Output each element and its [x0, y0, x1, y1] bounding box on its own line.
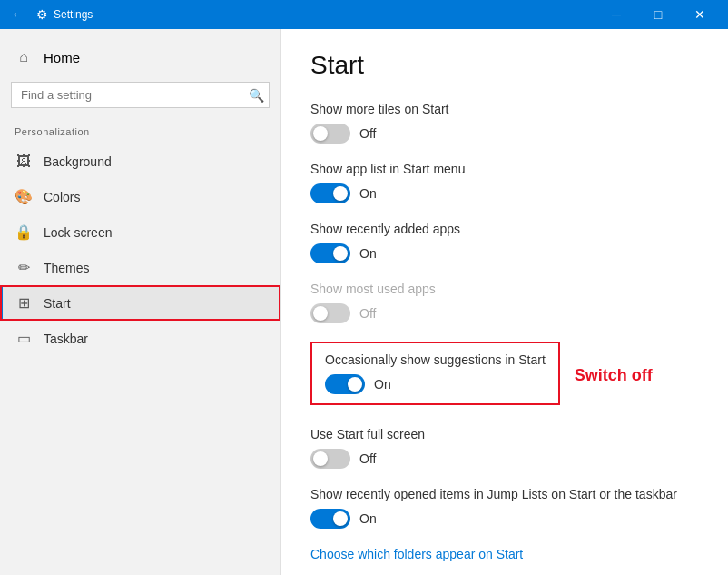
setting-row-more-tiles: Off — [310, 124, 699, 144]
toggle-value-jump-lists: On — [359, 511, 377, 526]
sidebar-item-background[interactable]: 🖼 Background — [0, 144, 280, 179]
search-input[interactable] — [11, 82, 270, 108]
sidebar-item-lockscreen[interactable]: 🔒 Lock screen — [0, 214, 280, 250]
highlight-box-suggestions: Occasionally show suggestions in Start O… — [310, 342, 560, 405]
toggle-thumb-app-list — [333, 186, 348, 201]
sidebar-item-start[interactable]: ⊞ Start — [0, 285, 280, 321]
page-title: Start — [310, 51, 699, 80]
sidebar-label-background: Background — [44, 154, 112, 169]
lockscreen-icon: 🔒 — [15, 223, 33, 241]
toggle-value-more-tiles: Off — [359, 126, 376, 141]
toggle-value-most-used: Off — [359, 306, 376, 321]
setting-label-recently-added: Show recently added apps — [310, 222, 699, 236]
setting-recently-added: Show recently added apps On — [310, 222, 699, 263]
settings-icon: ⚙ — [36, 7, 48, 22]
toggle-app-list[interactable] — [310, 183, 350, 203]
setting-more-tiles: Show more tiles on Start Off — [310, 102, 699, 144]
sidebar-item-taskbar[interactable]: ▭ Taskbar — [0, 321, 280, 356]
setting-row-recently-added: On — [310, 243, 699, 263]
toggle-value-full-screen: Off — [359, 451, 376, 466]
toggle-most-used — [310, 303, 350, 323]
setting-row-jump-lists: On — [310, 509, 699, 529]
titlebar-title: Settings — [54, 8, 595, 21]
search-button[interactable]: 🔍 — [249, 88, 264, 103]
setting-full-screen: Use Start full screen Off — [310, 427, 699, 469]
background-icon: 🖼 — [15, 154, 33, 170]
back-button[interactable]: ← — [7, 4, 29, 25]
sidebar-label-lockscreen: Lock screen — [44, 225, 112, 240]
switch-off-annotation: Switch off — [575, 366, 653, 385]
setting-app-list: Show app list in Start menu On — [310, 162, 699, 203]
setting-label-full-screen: Use Start full screen — [310, 427, 699, 441]
toggle-value-suggestions: On — [374, 377, 391, 392]
taskbar-icon: ▭ — [15, 330, 33, 347]
setting-label-jump-lists: Show recently opened items in Jump Lists… — [310, 487, 699, 501]
sidebar-label-colors: Colors — [44, 190, 80, 204]
home-label: Home — [44, 50, 80, 65]
toggle-value-app-list: On — [359, 186, 377, 201]
toggle-thumb-suggestions — [348, 377, 362, 392]
setting-row-suggestions: On — [325, 374, 546, 394]
toggle-thumb-jump-lists — [333, 511, 348, 526]
toggle-thumb-full-screen — [313, 451, 328, 466]
setting-suggestions: Occasionally show suggestions in Start O… — [310, 342, 699, 409]
sidebar: ⌂ Home 🔍 Personalization 🖼 Background 🎨 … — [0, 29, 281, 575]
close-button[interactable]: ✕ — [679, 0, 721, 29]
toggle-recently-added[interactable] — [310, 243, 350, 263]
toggle-full-screen[interactable] — [310, 449, 350, 469]
toggle-more-tiles[interactable] — [310, 124, 350, 144]
themes-icon: ✏ — [15, 259, 33, 276]
toggle-suggestions[interactable] — [325, 374, 365, 394]
search-box: 🔍 — [11, 82, 270, 108]
setting-jump-lists: Show recently opened items in Jump Lists… — [310, 487, 699, 529]
colors-icon: 🎨 — [15, 188, 33, 205]
bottom-link[interactable]: Choose which folders appear on Start — [310, 547, 699, 561]
setting-row-app-list: On — [310, 183, 699, 203]
sidebar-item-themes[interactable]: ✏ Themes — [0, 250, 280, 285]
sidebar-label-taskbar: Taskbar — [44, 332, 88, 346]
toggle-thumb-most-used — [313, 306, 328, 321]
setting-label-suggestions: Occasionally show suggestions in Start — [325, 352, 546, 367]
toggle-jump-lists[interactable] — [310, 509, 350, 529]
toggle-thumb-recently-added — [333, 246, 348, 261]
start-icon: ⊞ — [15, 294, 33, 312]
sidebar-label-themes: Themes — [44, 261, 90, 275]
toggle-thumb-more-tiles — [313, 126, 328, 141]
main-layout: ⌂ Home 🔍 Personalization 🖼 Background 🎨 … — [0, 29, 728, 575]
setting-label-more-tiles: Show more tiles on Start — [310, 102, 699, 116]
titlebar: ← ⚙ Settings ─ □ ✕ — [0, 0, 728, 29]
sidebar-item-colors[interactable]: 🎨 Colors — [0, 179, 280, 214]
home-icon: ⌂ — [15, 49, 33, 65]
sidebar-label-start: Start — [44, 296, 71, 311]
window-controls: ─ □ ✕ — [595, 0, 721, 29]
minimize-button[interactable]: ─ — [595, 0, 637, 29]
content-area: Start Show more tiles on Start Off Show … — [281, 29, 728, 575]
setting-most-used: Show most used apps Off — [310, 282, 699, 323]
setting-row-full-screen: Off — [310, 449, 699, 469]
setting-label-app-list: Show app list in Start menu — [310, 162, 699, 176]
setting-label-most-used: Show most used apps — [310, 282, 699, 296]
section-label: Personalization — [0, 123, 280, 144]
setting-row-most-used: Off — [310, 303, 699, 323]
highlight-row-suggestions: Occasionally show suggestions in Start O… — [310, 342, 699, 409]
toggle-value-recently-added: On — [359, 246, 377, 261]
maximize-button[interactable]: □ — [637, 0, 679, 29]
sidebar-home[interactable]: ⌂ Home — [0, 40, 280, 74]
